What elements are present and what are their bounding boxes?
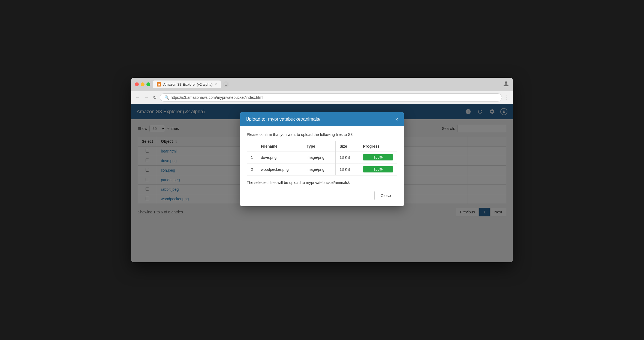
forward-button[interactable]: → bbox=[143, 94, 150, 101]
modal-title: Upload to: myprivatebucket/animals/ bbox=[246, 117, 320, 122]
upload-col-size: Size bbox=[336, 141, 359, 151]
browser-titlebar: ▣ Amazon S3 Explorer (v2 alpha) × □ bbox=[131, 78, 513, 91]
upload-col-progress: Progress bbox=[359, 141, 397, 151]
url-text[interactable]: https://s3.amazonaws.com/myprivatebucket… bbox=[171, 95, 263, 100]
upload-modal: Upload to: myprivatebucket/animals/ × Pl… bbox=[240, 112, 404, 206]
upload-table: Filename Type Size Progress 1 dove.png i… bbox=[247, 141, 397, 175]
new-tab-button[interactable]: □ bbox=[223, 81, 229, 87]
upload-row-filename: woodpecker.png bbox=[257, 163, 303, 175]
modal-overlay: Upload to: myprivatebucket/animals/ × Pl… bbox=[131, 104, 513, 262]
tab-close-icon[interactable]: × bbox=[215, 82, 217, 87]
close-modal-button[interactable]: Close bbox=[374, 191, 397, 200]
upload-row-progress: 100% bbox=[359, 163, 397, 175]
browser-navbar: ← → ↻ 🔍 https://s3.amazonaws.com/mypriva… bbox=[131, 91, 513, 104]
refresh-button[interactable]: ↻ bbox=[152, 94, 158, 101]
upload-row-type: image/png bbox=[303, 163, 336, 175]
minimize-button[interactable] bbox=[141, 82, 145, 86]
modal-confirm-text: Please confirm that you want to upload t… bbox=[247, 132, 397, 137]
upload-row-size: 13 KB bbox=[336, 151, 359, 163]
upload-row-index: 2 bbox=[247, 163, 257, 175]
browser-tab[interactable]: ▣ Amazon S3 Explorer (v2 alpha) × bbox=[153, 80, 221, 88]
upload-row-filename: dove.png bbox=[257, 151, 303, 163]
lock-icon: 🔍 bbox=[164, 95, 169, 100]
upload-col-index bbox=[247, 141, 257, 151]
tab-favicon: ▣ bbox=[157, 82, 161, 87]
modal-close-button[interactable]: × bbox=[395, 117, 398, 122]
profile-icon[interactable] bbox=[503, 81, 509, 88]
progress-bar: 100% bbox=[363, 154, 393, 160]
upload-table-row: 1 dove.png image/png 13 KB 100% bbox=[247, 151, 397, 163]
traffic-lights bbox=[135, 82, 150, 86]
modal-body: Please confirm that you want to upload t… bbox=[240, 126, 404, 206]
address-bar[interactable]: 🔍 https://s3.amazonaws.com/myprivatebuck… bbox=[160, 93, 502, 102]
upload-row-index: 1 bbox=[247, 151, 257, 163]
app-content: Amazon S3 Explorer (v2 alpha) bbox=[131, 104, 513, 262]
close-button[interactable] bbox=[135, 82, 139, 86]
back-button[interactable]: ← bbox=[134, 94, 141, 101]
upload-row-type: image/png bbox=[303, 151, 336, 163]
upload-table-row: 2 woodpecker.png image/png 13 KB 100% bbox=[247, 163, 397, 175]
progress-bar: 100% bbox=[363, 166, 393, 172]
upload-col-filename: Filename bbox=[257, 141, 303, 151]
tab-bar: ▣ Amazon S3 Explorer (v2 alpha) × □ bbox=[153, 80, 500, 88]
browser-window: ▣ Amazon S3 Explorer (v2 alpha) × □ ← → … bbox=[131, 78, 513, 262]
maximize-button[interactable] bbox=[146, 82, 150, 86]
modal-header: Upload to: myprivatebucket/animals/ × bbox=[240, 112, 404, 126]
upload-col-type: Type bbox=[303, 141, 336, 151]
upload-row-size: 13 KB bbox=[336, 163, 359, 175]
tab-title: Amazon S3 Explorer (v2 alpha) bbox=[163, 82, 213, 87]
more-menu-button[interactable]: ⋮ bbox=[504, 94, 510, 101]
upload-row-progress: 100% bbox=[359, 151, 397, 163]
modal-footer: Close bbox=[247, 189, 397, 200]
modal-footer-text: The selected files will be upload to myp… bbox=[247, 180, 397, 185]
